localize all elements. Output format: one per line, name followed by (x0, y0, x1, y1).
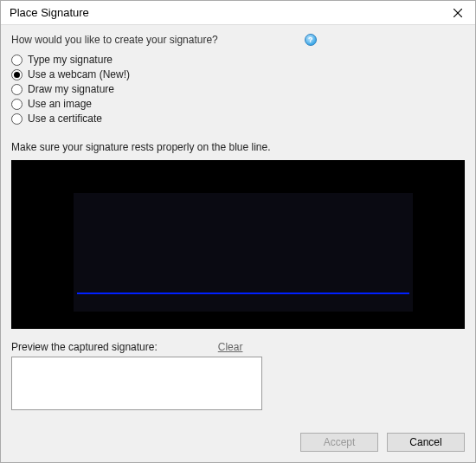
dialog-title: Place Signature (10, 6, 89, 19)
radio-use-certificate[interactable]: Use a certificate (11, 113, 465, 125)
dialog-footer: Accept Cancel (1, 424, 475, 462)
webcam-capture-area (11, 160, 465, 329)
radio-icon (11, 55, 23, 66)
clear-link[interactable]: Clear (218, 341, 243, 353)
accept-button[interactable]: Accept (300, 433, 378, 452)
radio-icon (11, 69, 23, 80)
help-icon[interactable]: ? (305, 34, 317, 46)
close-button[interactable] (441, 1, 475, 25)
place-signature-dialog: Place Signature How would you like to cr… (0, 0, 476, 463)
titlebar: Place Signature (1, 1, 475, 25)
radio-webcam[interactable]: Use a webcam (New!) (11, 68, 465, 80)
radio-icon (11, 113, 23, 125)
question-text: How would you like to create your signat… (11, 34, 218, 46)
radio-use-image[interactable]: Use an image (11, 98, 465, 110)
signature-baseline (77, 293, 409, 294)
signature-method-group: Type my signature Use a webcam (New!) Dr… (11, 51, 465, 127)
radio-label: Use a webcam (New!) (28, 68, 130, 80)
instruction-text: Make sure your signature rests properly … (11, 141, 465, 153)
preview-label: Preview the captured signature: (11, 341, 158, 353)
signature-preview-box (11, 357, 262, 410)
radio-draw-signature[interactable]: Draw my signature (11, 83, 465, 95)
preview-row: Preview the captured signature: Clear (11, 341, 465, 353)
radio-label: Use an image (28, 98, 92, 110)
cancel-button[interactable]: Cancel (387, 433, 465, 452)
radio-label: Use a certificate (28, 113, 102, 125)
radio-icon (11, 84, 23, 95)
question-row: How would you like to create your signat… (11, 34, 465, 46)
close-icon (453, 9, 462, 17)
radio-label: Type my signature (28, 54, 113, 66)
radio-type-signature[interactable]: Type my signature (11, 54, 465, 66)
radio-label: Draw my signature (28, 83, 114, 95)
radio-icon (11, 99, 23, 110)
dialog-content: How would you like to create your signat… (1, 25, 475, 424)
